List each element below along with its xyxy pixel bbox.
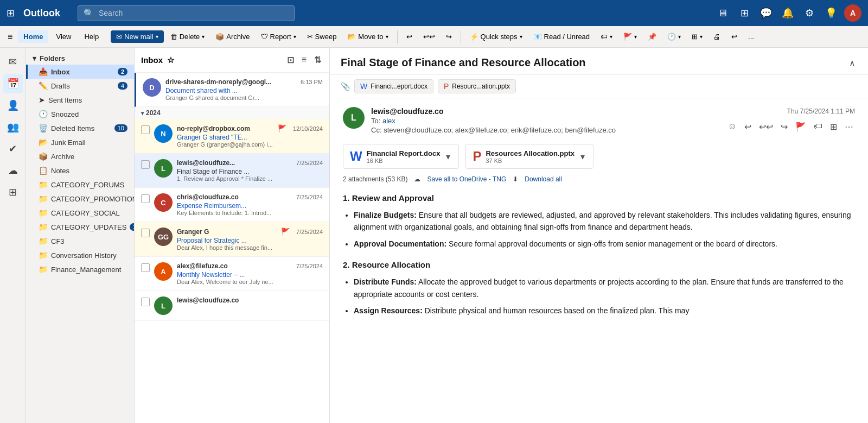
- attachment-chip-pptx[interactable]: P Resourc...ation.pptx: [438, 79, 516, 93]
- nav-mail-icon[interactable]: ✉: [3, 52, 23, 72]
- email-checkbox[interactable]: [141, 125, 150, 134]
- email-checkbox[interactable]: [141, 194, 150, 203]
- email-content: Granger G 🚩 7/25/2024 Proposal for Strat…: [177, 228, 323, 251]
- grid-icon[interactable]: ⊞: [736, 4, 753, 22]
- tab-help[interactable]: Help: [79, 30, 104, 43]
- sidebar-item-junk[interactable]: 📂 Junk Email: [26, 135, 134, 149]
- reply-button[interactable]: ↩: [402, 30, 417, 43]
- search-input[interactable]: [99, 9, 289, 17]
- mail-icon: ✉: [116, 33, 122, 41]
- email-item-e1[interactable]: D drive-shares-dm-noreply@googl... 6:13 …: [135, 73, 329, 107]
- forward-button[interactable]: ↪: [442, 30, 456, 43]
- email-group-2024[interactable]: ▾ 2024: [135, 107, 329, 119]
- sidebar-item-snoozed[interactable]: 🕐 Snoozed: [26, 107, 134, 121]
- table-icon[interactable]: ⊞: [828, 120, 839, 134]
- flag-icon[interactable]: 🚩: [794, 120, 808, 134]
- folders-header[interactable]: ▾ Folders: [26, 52, 134, 65]
- chat-icon[interactable]: 💬: [757, 4, 775, 22]
- word-doc-icon: W: [350, 149, 362, 164]
- attachment-chip-docx[interactable]: W Financi...eport.docx: [354, 79, 433, 93]
- sidebar-item-inbox[interactable]: 📥 Inbox 2: [26, 65, 134, 79]
- email-item-e7[interactable]: L lewis@cloudfuze.co: [135, 291, 329, 321]
- email-checkbox[interactable]: [141, 263, 150, 272]
- nav-calendar-icon[interactable]: 📅: [3, 74, 23, 93]
- report-icon: 🛡: [261, 33, 268, 41]
- print-button[interactable]: 🖨: [709, 30, 725, 43]
- bell-icon[interactable]: 🔔: [779, 4, 796, 22]
- email-checkbox[interactable]: [141, 298, 150, 306]
- sidebar-item-cat_social[interactable]: 📁 CATEGORY_SOCIAL: [26, 206, 134, 220]
- reply-icon[interactable]: ↩: [743, 120, 753, 134]
- quick-steps-button[interactable]: ⚡ Quick steps ▾: [465, 30, 527, 43]
- read-unread-button[interactable]: 📧 Read / Unread: [529, 30, 595, 43]
- tag-button[interactable]: 🏷 ▾: [596, 30, 617, 43]
- pin-button[interactable]: 📌: [643, 30, 661, 43]
- tab-home[interactable]: Home: [18, 30, 48, 43]
- attachment-card-pptx[interactable]: P Resources Allocation.pptx 37 KB ▾: [465, 144, 593, 169]
- more-icon[interactable]: ⋯: [843, 120, 855, 134]
- sidebar-item-finance[interactable]: 📁 Finance_Management: [26, 262, 134, 276]
- email-checkbox[interactable]: [141, 229, 150, 237]
- save-to-onedrive-link[interactable]: Save all to OneDrive - TNG: [427, 175, 506, 183]
- monitor-icon[interactable]: 🖥: [714, 4, 731, 22]
- undo-button[interactable]: ↩: [727, 30, 742, 43]
- bullet-finalize-budgets: Finalize Budgets: Ensure that all budget…: [354, 209, 855, 233]
- user-avatar[interactable]: A: [844, 4, 861, 22]
- sidebar-item-cat_updates[interactable]: 📁 CATEGORY_UPDATES 2: [26, 220, 134, 234]
- nav-groups-icon[interactable]: 👥: [3, 117, 23, 137]
- tag-icon[interactable]: 🏷: [812, 120, 824, 134]
- move-to-button[interactable]: 📂 Move to ▾: [343, 30, 392, 43]
- view-options-button[interactable]: ⊞ ▾: [687, 30, 707, 43]
- nav-tasks-icon[interactable]: ✔: [3, 139, 23, 159]
- email-item-e6[interactable]: A alex@filefuze.co 7/25/2024 Monthly New…: [135, 257, 329, 291]
- sidebar-item-cf3[interactable]: 📁 CF3: [26, 234, 134, 248]
- folder-label: Junk Email: [51, 138, 86, 147]
- sort-icon[interactable]: ⇅: [312, 53, 323, 67]
- nav-apps-icon[interactable]: ⊞: [3, 182, 23, 202]
- archive-button[interactable]: 📦 Archive: [211, 30, 254, 43]
- topbar-actions: 🖥 ⊞ 💬 🔔 ⚙ 💡 A: [714, 4, 861, 22]
- sidebar-item-deleted[interactable]: 🗑️ Deleted Items 10: [26, 121, 134, 135]
- reading-pane-icon[interactable]: ⊡: [285, 53, 296, 67]
- gear-icon[interactable]: ⚙: [801, 4, 818, 22]
- waffle-icon[interactable]: ⊞: [7, 7, 15, 19]
- tab-view[interactable]: View: [50, 30, 76, 43]
- chevron-down-icon[interactable]: ▾: [444, 150, 452, 163]
- more-options-button[interactable]: ...: [744, 30, 758, 43]
- sidebar-item-archive[interactable]: 📦 Archive: [26, 149, 134, 163]
- sidebar-item-drafts[interactable]: ✏️ Drafts 4: [26, 79, 134, 93]
- reading-pane: Final Stage of Finance and Resource Allo…: [330, 48, 868, 423]
- chevron-down-icon[interactable]: ▾: [579, 150, 586, 163]
- flag-button[interactable]: 🚩 ▾: [619, 30, 641, 43]
- report-button[interactable]: 🛡 Report ▾: [257, 30, 301, 43]
- email-item-e4[interactable]: C chris@cloudfuze.co 7/25/2024 Expense R…: [135, 188, 329, 222]
- email-item-e5[interactable]: GG Granger G 🚩 7/25/2024 Proposal for St…: [135, 222, 329, 257]
- email-checkbox[interactable]: [141, 160, 150, 169]
- chevron-down-icon: ▾: [678, 34, 681, 40]
- nav-contacts-icon[interactable]: 👤: [3, 96, 23, 115]
- delete-button[interactable]: 🗑 Delete ▾: [166, 30, 209, 43]
- sidebar-item-conv_history[interactable]: 📁 Conversation History: [26, 248, 134, 262]
- email-item-e3[interactable]: L lewis@cloudfuze... 7/25/2024 Final Sta…: [135, 154, 329, 188]
- lightbulb-icon[interactable]: 💡: [822, 4, 840, 22]
- new-mail-button[interactable]: ✉ New mail ▾: [111, 30, 163, 43]
- reply-all-button[interactable]: ↩↩: [419, 30, 439, 43]
- nav-onedrive-icon[interactable]: ☁: [3, 161, 23, 180]
- hamburger-button[interactable]: ≡: [4, 30, 16, 44]
- sweep-button[interactable]: ✂ Sweep: [303, 30, 341, 43]
- collapse-icon[interactable]: ∧: [847, 56, 857, 70]
- emoji-icon[interactable]: ☺: [726, 120, 738, 134]
- sender-name: lewis@cloudfuze.co: [371, 107, 443, 116]
- sidebar-item-sent[interactable]: ➤ Sent Items: [26, 93, 134, 107]
- download-all-link[interactable]: Download all: [525, 175, 562, 183]
- section1-heading: 1. Review and Approval: [343, 192, 855, 205]
- email-item-e2[interactable]: N no-reply@dropbox.com 🚩 12/10/2024 Gran…: [135, 119, 329, 154]
- sidebar-item-notes[interactable]: 📋 Notes: [26, 163, 134, 178]
- sidebar-item-cat_promo[interactable]: 📁 CATEGORY_PROMOTIONS: [26, 192, 134, 206]
- attachment-card-docx[interactable]: W Financial Report.docx 16 KB ▾: [343, 144, 459, 169]
- delay-button[interactable]: 🕐 ▾: [663, 30, 685, 43]
- forward-icon[interactable]: ↪: [779, 120, 789, 134]
- sidebar-item-cat_forums[interactable]: 📁 CATEGORY_FORUMS: [26, 178, 134, 192]
- filter-icon[interactable]: ≡: [300, 53, 308, 67]
- reply-all-icon[interactable]: ↩↩: [757, 120, 775, 134]
